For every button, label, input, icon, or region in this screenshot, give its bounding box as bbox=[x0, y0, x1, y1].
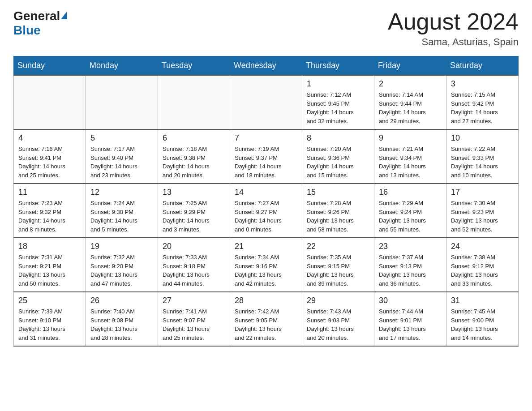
day-number: 12 bbox=[90, 188, 153, 197]
day-number: 1 bbox=[307, 79, 369, 89]
day-number: 26 bbox=[90, 296, 153, 305]
day-number: 3 bbox=[451, 79, 514, 89]
calendar-day-header: Thursday bbox=[302, 56, 374, 76]
calendar-header-row: SundayMondayTuesdayWednesdayThursdayFrid… bbox=[14, 56, 519, 76]
day-detail: Sunrise: 7:44 AM Sunset: 9:01 PM Dayligh… bbox=[379, 307, 442, 342]
calendar-cell: 24Sunrise: 7:38 AM Sunset: 9:12 PM Dayli… bbox=[446, 238, 519, 292]
day-number: 19 bbox=[90, 242, 153, 251]
day-detail: Sunrise: 7:19 AM Sunset: 9:37 PM Dayligh… bbox=[235, 145, 297, 180]
calendar-day-header: Monday bbox=[86, 56, 158, 76]
calendar-cell bbox=[158, 75, 230, 129]
calendar-cell: 4Sunrise: 7:16 AM Sunset: 9:41 PM Daylig… bbox=[14, 129, 86, 184]
day-number: 13 bbox=[163, 188, 225, 197]
day-detail: Sunrise: 7:33 AM Sunset: 9:18 PM Dayligh… bbox=[163, 253, 225, 288]
day-number: 16 bbox=[379, 188, 442, 197]
day-detail: Sunrise: 7:39 AM Sunset: 9:10 PM Dayligh… bbox=[18, 307, 81, 342]
calendar-cell: 25Sunrise: 7:39 AM Sunset: 9:10 PM Dayli… bbox=[14, 292, 86, 346]
day-detail: Sunrise: 7:41 AM Sunset: 9:07 PM Dayligh… bbox=[163, 307, 225, 342]
logo: General Blue bbox=[13, 9, 67, 38]
calendar-cell: 19Sunrise: 7:32 AM Sunset: 9:20 PM Dayli… bbox=[86, 238, 158, 292]
logo-general-text: General bbox=[13, 9, 60, 23]
day-detail: Sunrise: 7:29 AM Sunset: 9:24 PM Dayligh… bbox=[379, 199, 442, 234]
day-detail: Sunrise: 7:31 AM Sunset: 9:21 PM Dayligh… bbox=[18, 253, 81, 288]
calendar-week-row: 4Sunrise: 7:16 AM Sunset: 9:41 PM Daylig… bbox=[14, 129, 519, 184]
calendar-cell: 5Sunrise: 7:17 AM Sunset: 9:40 PM Daylig… bbox=[86, 129, 158, 184]
day-number: 28 bbox=[235, 296, 297, 305]
calendar-week-row: 25Sunrise: 7:39 AM Sunset: 9:10 PM Dayli… bbox=[14, 292, 519, 346]
title-block: August 2024 Sama, Asturias, Spain bbox=[388, 9, 519, 48]
day-detail: Sunrise: 7:30 AM Sunset: 9:23 PM Dayligh… bbox=[451, 199, 514, 234]
calendar-cell: 26Sunrise: 7:40 AM Sunset: 9:08 PM Dayli… bbox=[86, 292, 158, 346]
calendar-cell: 31Sunrise: 7:45 AM Sunset: 9:00 PM Dayli… bbox=[446, 292, 519, 346]
day-detail: Sunrise: 7:27 AM Sunset: 9:27 PM Dayligh… bbox=[235, 199, 297, 234]
month-title: August 2024 bbox=[388, 9, 519, 34]
page-header: General Blue August 2024 Sama, Asturias,… bbox=[13, 9, 519, 48]
calendar-cell: 15Sunrise: 7:28 AM Sunset: 9:26 PM Dayli… bbox=[302, 184, 374, 238]
calendar-cell: 14Sunrise: 7:27 AM Sunset: 9:27 PM Dayli… bbox=[230, 184, 302, 238]
day-detail: Sunrise: 7:20 AM Sunset: 9:36 PM Dayligh… bbox=[307, 145, 369, 180]
calendar-cell: 23Sunrise: 7:37 AM Sunset: 9:13 PM Dayli… bbox=[374, 238, 446, 292]
day-number: 20 bbox=[163, 242, 225, 251]
calendar-cell: 9Sunrise: 7:21 AM Sunset: 9:34 PM Daylig… bbox=[374, 129, 446, 184]
day-detail: Sunrise: 7:22 AM Sunset: 9:33 PM Dayligh… bbox=[451, 145, 514, 180]
day-number: 10 bbox=[451, 133, 514, 143]
day-number: 11 bbox=[18, 188, 81, 197]
calendar-cell: 8Sunrise: 7:20 AM Sunset: 9:36 PM Daylig… bbox=[302, 129, 374, 184]
day-detail: Sunrise: 7:16 AM Sunset: 9:41 PM Dayligh… bbox=[18, 145, 81, 180]
day-number: 7 bbox=[235, 133, 297, 143]
calendar-cell: 6Sunrise: 7:18 AM Sunset: 9:38 PM Daylig… bbox=[158, 129, 230, 184]
calendar-week-row: 1Sunrise: 7:12 AM Sunset: 9:45 PM Daylig… bbox=[14, 75, 519, 129]
day-number: 18 bbox=[18, 242, 81, 251]
day-number: 24 bbox=[451, 242, 514, 251]
day-detail: Sunrise: 7:25 AM Sunset: 9:29 PM Dayligh… bbox=[163, 199, 225, 234]
day-detail: Sunrise: 7:37 AM Sunset: 9:13 PM Dayligh… bbox=[379, 253, 442, 288]
calendar-cell: 12Sunrise: 7:24 AM Sunset: 9:30 PM Dayli… bbox=[86, 184, 158, 238]
calendar-cell: 17Sunrise: 7:30 AM Sunset: 9:23 PM Dayli… bbox=[446, 184, 519, 238]
logo-arrow-icon bbox=[61, 11, 67, 19]
logo-blue-text: Blue bbox=[13, 23, 41, 38]
calendar-cell: 22Sunrise: 7:35 AM Sunset: 9:15 PM Dayli… bbox=[302, 238, 374, 292]
calendar-day-header: Wednesday bbox=[230, 56, 302, 76]
day-detail: Sunrise: 7:17 AM Sunset: 9:40 PM Dayligh… bbox=[90, 145, 153, 180]
calendar-cell: 30Sunrise: 7:44 AM Sunset: 9:01 PM Dayli… bbox=[374, 292, 446, 346]
calendar-day-header: Saturday bbox=[446, 56, 519, 76]
day-number: 17 bbox=[451, 188, 514, 197]
calendar-cell: 1Sunrise: 7:12 AM Sunset: 9:45 PM Daylig… bbox=[302, 75, 374, 129]
day-detail: Sunrise: 7:32 AM Sunset: 9:20 PM Dayligh… bbox=[90, 253, 153, 288]
calendar-cell bbox=[14, 75, 86, 129]
day-detail: Sunrise: 7:40 AM Sunset: 9:08 PM Dayligh… bbox=[90, 307, 153, 342]
calendar-cell: 2Sunrise: 7:14 AM Sunset: 9:44 PM Daylig… bbox=[374, 75, 446, 129]
day-number: 31 bbox=[451, 296, 514, 305]
day-number: 14 bbox=[235, 188, 297, 197]
day-detail: Sunrise: 7:34 AM Sunset: 9:16 PM Dayligh… bbox=[235, 253, 297, 288]
day-number: 29 bbox=[307, 296, 369, 305]
day-number: 30 bbox=[379, 296, 442, 305]
day-number: 27 bbox=[163, 296, 225, 305]
day-detail: Sunrise: 7:45 AM Sunset: 9:00 PM Dayligh… bbox=[451, 307, 514, 342]
calendar-day-header: Tuesday bbox=[158, 56, 230, 76]
day-number: 22 bbox=[307, 242, 369, 251]
day-number: 6 bbox=[163, 133, 225, 143]
calendar-cell: 21Sunrise: 7:34 AM Sunset: 9:16 PM Dayli… bbox=[230, 238, 302, 292]
calendar-cell: 7Sunrise: 7:19 AM Sunset: 9:37 PM Daylig… bbox=[230, 129, 302, 184]
calendar-cell: 20Sunrise: 7:33 AM Sunset: 9:18 PM Dayli… bbox=[158, 238, 230, 292]
calendar-cell: 18Sunrise: 7:31 AM Sunset: 9:21 PM Dayli… bbox=[14, 238, 86, 292]
day-detail: Sunrise: 7:43 AM Sunset: 9:03 PM Dayligh… bbox=[307, 307, 369, 342]
day-detail: Sunrise: 7:21 AM Sunset: 9:34 PM Dayligh… bbox=[379, 145, 442, 180]
day-number: 25 bbox=[18, 296, 81, 305]
day-number: 8 bbox=[307, 133, 369, 143]
calendar-day-header: Sunday bbox=[14, 56, 86, 76]
calendar-cell: 3Sunrise: 7:15 AM Sunset: 9:42 PM Daylig… bbox=[446, 75, 519, 129]
calendar-cell: 27Sunrise: 7:41 AM Sunset: 9:07 PM Dayli… bbox=[158, 292, 230, 346]
calendar-week-row: 11Sunrise: 7:23 AM Sunset: 9:32 PM Dayli… bbox=[14, 184, 519, 238]
day-detail: Sunrise: 7:42 AM Sunset: 9:05 PM Dayligh… bbox=[235, 307, 297, 342]
day-number: 9 bbox=[379, 133, 442, 143]
day-detail: Sunrise: 7:23 AM Sunset: 9:32 PM Dayligh… bbox=[18, 199, 81, 234]
location-text: Sama, Asturias, Spain bbox=[388, 36, 519, 48]
calendar-day-header: Friday bbox=[374, 56, 446, 76]
day-detail: Sunrise: 7:24 AM Sunset: 9:30 PM Dayligh… bbox=[90, 199, 153, 234]
calendar-cell: 11Sunrise: 7:23 AM Sunset: 9:32 PM Dayli… bbox=[14, 184, 86, 238]
day-detail: Sunrise: 7:15 AM Sunset: 9:42 PM Dayligh… bbox=[451, 90, 514, 125]
day-number: 2 bbox=[379, 79, 442, 89]
day-number: 4 bbox=[18, 133, 81, 143]
